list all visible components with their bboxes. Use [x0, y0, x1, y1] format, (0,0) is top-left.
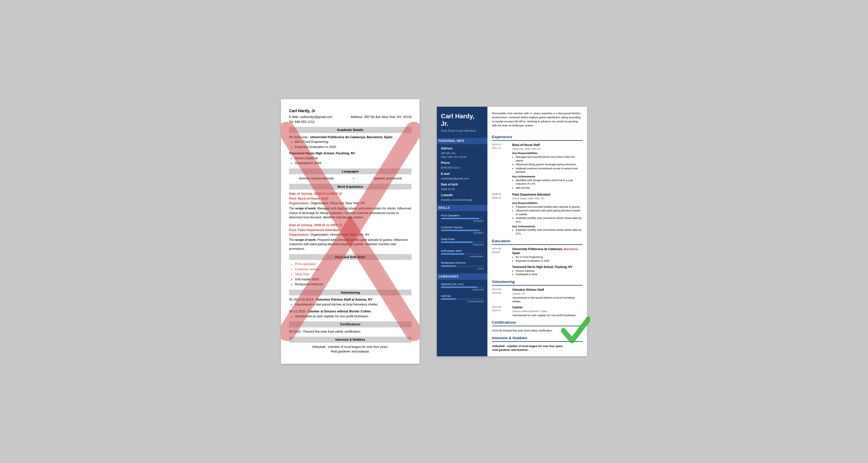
- left-languages-header: Languages: [289, 168, 411, 174]
- sidebar-email: E-mail carlhardyjr@gmail.com: [441, 172, 484, 180]
- left-work-entry-1: Date of Joining: 2010-01 to 2011-12 Post…: [289, 191, 411, 220]
- sidebar-lang-1: German Conversational: [441, 294, 484, 303]
- right-summary: Personable crew member with 2+ years exp…: [492, 111, 582, 131]
- left-vol-header: Volunteering: [289, 290, 411, 296]
- left-academic-list2: Honors Diploma Graduated in 2004: [295, 156, 411, 166]
- left-academic-entry1: 09.2016-now - Universitat Politècnica de…: [289, 135, 411, 150]
- left-contact: E-Mail: carlhardyjr@gmail.com Address: 3…: [289, 114, 411, 120]
- left-skills-header: Hard and Soft Skills: [289, 254, 411, 260]
- sidebar-linkedin: LinkedIn linkedin.com/in/carlhardyjr: [441, 193, 484, 202]
- sidebar-skill-0: POS Operation Excellent: [441, 213, 484, 223]
- checkmark-overlay: [561, 315, 590, 351]
- right-name: Carl Hardy, Jr.: [441, 112, 484, 128]
- left-academic-header: Academic Details: [289, 127, 411, 133]
- left-languages-row: German (conversational) • Spanish (advan…: [289, 176, 411, 181]
- left-work-header: Work Experience: [289, 184, 411, 190]
- sidebar-languages-label: Languages: [437, 273, 488, 280]
- right-exp-1: 2008-01 -2009-12 Paint Department Attend…: [492, 193, 582, 236]
- sidebar-lang-0: Spanish (Lat. Am.) Advanced: [441, 282, 484, 292]
- right-exp-label: Experience: [492, 134, 582, 141]
- right-sidebar: Carl Hardy, Jr. Fast Food Crew Member Pe…: [437, 107, 488, 357]
- left-hobbies-header: Interests & Hobbies: [289, 337, 411, 343]
- right-job-title: Fast Food Crew Member: [441, 129, 484, 133]
- sidebar-skill-2: Deep Fryer Advanced: [441, 237, 484, 246]
- left-academic-list1: BA in Food Engineering Expected Graduati…: [295, 139, 411, 149]
- left-resume: Carl Hardy, Jr E-Mail: carlhardyjr@gmail…: [281, 99, 420, 364]
- right-edu-label: Education: [492, 238, 582, 245]
- right-resume: Carl Hardy, Jr. Fast Food Crew Member Pe…: [437, 107, 587, 357]
- sidebar-dob: Date of birth 1989-04-02: [441, 183, 484, 191]
- left-cert-header: Certifications: [289, 321, 411, 327]
- left-vol-entry-1: 05.2013-09.2014 - Volunteer Kitchen Staf…: [289, 297, 411, 307]
- right-edu-0: 2016-09 -present Universitat Politècnica…: [492, 247, 582, 263]
- left-skills-list: POS operation Customer service Deep frye…: [295, 262, 411, 287]
- left-vol-entry-2: 08-11.2010 - Cashier at Doctors without …: [289, 309, 411, 319]
- right-vol-label: Volunteering: [492, 279, 582, 286]
- sidebar-skills-label: Skills: [437, 205, 488, 211]
- sidebar-skill-3: Grill Master 5000 Intermediate: [441, 249, 484, 259]
- left-academic-entry2: Townsend Harris High School, Flushing, N…: [289, 151, 411, 166]
- left-name: Carl Hardy, Jr: [289, 108, 411, 114]
- right-edu-1: Townsend Harris High School, Flushing, N…: [492, 265, 582, 276]
- right-vol-0: 2013-05 -2014-09 Volunteer Kitchen Staff…: [492, 288, 582, 303]
- sidebar-personal-label: Personal Info: [437, 138, 488, 144]
- left-work-entry-2: Date of Joining: 2008-01 to 2009-12 Post…: [289, 223, 411, 251]
- sidebar-skill-4: Restaurant Intercom Good: [441, 261, 484, 270]
- sidebar-address: Address 350 5th AveNew York, NY 10118: [441, 146, 484, 159]
- sidebar-phone: Phone (646) 555-1212: [441, 161, 484, 169]
- right-exp-0: 2010-01 -2011-12 Back-of-House Staff Piz…: [492, 143, 582, 190]
- sidebar-skill-1: Customer Service Excellent: [441, 225, 484, 235]
